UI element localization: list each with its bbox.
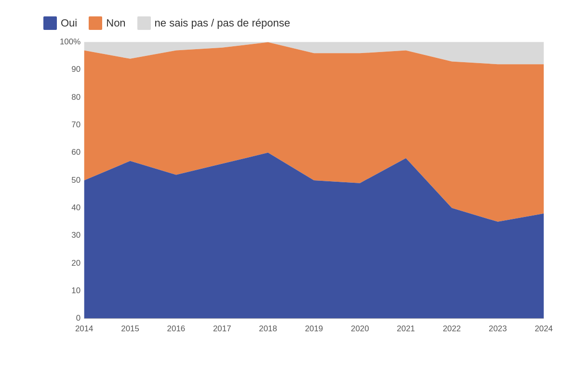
x-axis-label: 2015	[121, 324, 139, 333]
legend-item-oui: Oui	[43, 16, 77, 30]
y-axis-label: 60	[71, 148, 80, 157]
legend-swatch-oui	[43, 16, 57, 30]
x-axis-label: 2018	[259, 324, 277, 333]
chart-container: Oui Non ne sais pas / pas de réponse 010…	[10, 7, 578, 373]
legend-swatch-non	[89, 16, 102, 30]
y-axis-label: 100%	[60, 37, 80, 46]
x-axis-label: 2022	[443, 324, 461, 333]
y-axis-label: 30	[71, 231, 80, 240]
legend-label-nspp: ne sais pas / pas de réponse	[155, 17, 290, 29]
x-axis-label: 2021	[397, 324, 415, 333]
x-axis-label: 2020	[351, 324, 369, 333]
y-axis-label: 50	[71, 176, 80, 185]
legend-item-nspp: ne sais pas / pas de réponse	[137, 16, 290, 30]
x-axis-label: 2023	[489, 324, 507, 333]
x-axis-label: 2024	[535, 324, 553, 333]
y-axis-label: 90	[71, 65, 80, 74]
y-axis-label: 10	[71, 286, 80, 295]
chart-area: 0102030405060708090100%20142015201620172…	[43, 38, 569, 337]
y-axis-label: 0	[76, 313, 80, 323]
legend-label-non: Non	[106, 17, 125, 29]
y-axis-label: 20	[71, 258, 80, 268]
x-axis-label: 2019	[305, 324, 323, 333]
y-axis-label: 40	[71, 203, 80, 212]
y-axis-label: 70	[71, 120, 80, 129]
legend-label-oui: Oui	[61, 17, 77, 29]
x-axis-label: 2014	[75, 324, 94, 333]
x-axis-label: 2017	[213, 324, 231, 333]
legend-swatch-nspp	[137, 16, 151, 30]
legend-item-non: Non	[89, 16, 125, 30]
chart-svg: 0102030405060708090100%20142015201620172…	[43, 38, 569, 337]
y-axis-label: 80	[71, 93, 80, 102]
legend: Oui Non ne sais pas / pas de réponse	[43, 16, 569, 30]
x-axis-label: 2016	[167, 324, 186, 333]
